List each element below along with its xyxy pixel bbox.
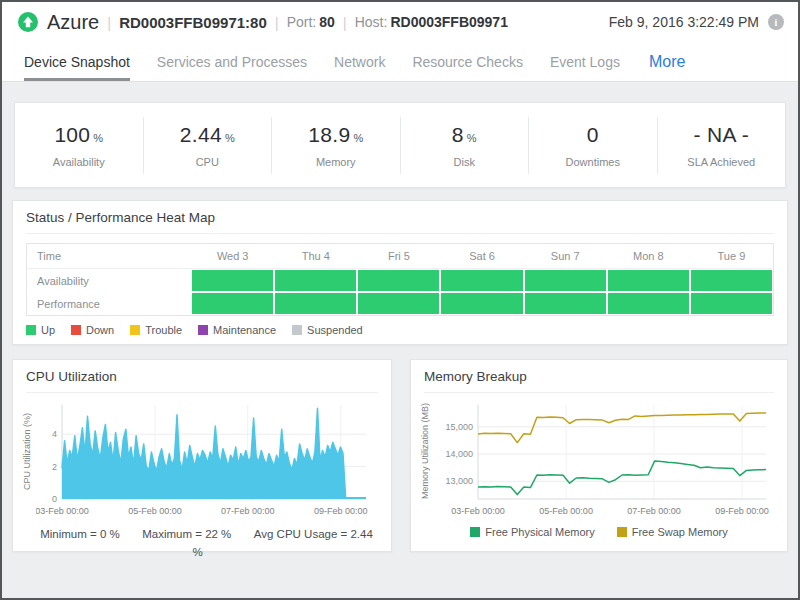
heatmap-row-availability: Availability [27, 269, 773, 292]
svg-text:09-Feb 00:00: 09-Feb 00:00 [314, 506, 368, 516]
metric-label: Downtimes [529, 156, 657, 168]
heatmap-cell[interactable] [607, 269, 690, 292]
metric-value-row: 100% [15, 123, 143, 147]
separator: | [275, 14, 279, 31]
heatmap-cell[interactable] [524, 269, 607, 292]
metric-value: 8 [452, 123, 464, 146]
metric-availability: 100%Availability [15, 117, 143, 174]
heatmap-day-header: Thu 4 [274, 244, 357, 268]
svg-text:09-Feb 00:00: 09-Feb 00:00 [715, 506, 769, 516]
svg-text:05-Feb 00:00: 05-Feb 00:00 [128, 506, 182, 516]
metric-label: Availability [15, 156, 143, 168]
memory-chart-legend: Free Physical MemoryFree Swap Memory [424, 526, 774, 538]
legend-item-free-physical-memory: Free Physical Memory [470, 526, 594, 538]
legend-label: Maintenance [213, 324, 276, 336]
metric-disk: 8%Disk [400, 117, 529, 174]
svg-text:03-Feb 00:00: 03-Feb 00:00 [36, 506, 89, 516]
heatmap-row-performance: Performance [27, 292, 773, 315]
legend-item-down: Down [71, 324, 114, 336]
metric-label: CPU [144, 156, 272, 168]
cpu-y-axis-label: CPU Utilization (%) [22, 403, 34, 499]
tab-more[interactable]: More [649, 42, 685, 81]
legend-label: Down [86, 324, 114, 336]
metric-value: - NA - [694, 123, 749, 146]
heatmap-title: Status / Performance Heat Map [26, 210, 774, 234]
svg-text:05-Feb 00:00: 05-Feb 00:00 [539, 506, 593, 516]
device-name: Azure [47, 11, 99, 34]
metric-value: 18.9 [308, 123, 350, 146]
metric-value-row: 0 [529, 123, 657, 147]
svg-text:14,000: 14,000 [445, 449, 473, 459]
legend-swatch [617, 527, 627, 537]
heatmap-time-header: Time [27, 244, 191, 268]
heatmap-day-header: Tue 9 [690, 244, 773, 268]
heatmap-row-label: Availability [27, 269, 191, 292]
metric-label: SLA Achieved [658, 156, 786, 168]
legend-label: Suspended [307, 324, 363, 336]
cpu-stat-max: Maximum = 22 % [142, 528, 231, 540]
cpu-chart-title: CPU Utilization [26, 369, 378, 393]
legend-label: Trouble [145, 324, 182, 336]
charts-row: CPU Utilization CPU Utilization (%) 0240… [12, 359, 788, 552]
tab-list: Device SnapshotServices and ProcessesNet… [24, 42, 647, 81]
heatmap-day-header: Mon 8 [607, 244, 690, 268]
tab-network[interactable]: Network [334, 42, 385, 81]
app-window: Azure | RD0003FFB09971:80 | Port:80 | Ho… [0, 0, 800, 600]
info-icon[interactable]: i [768, 14, 784, 30]
heatmap-cell[interactable] [357, 292, 440, 315]
metric-unit: % [467, 132, 477, 144]
tab-device-snapshot[interactable]: Device Snapshot [24, 42, 130, 81]
metric-value-row: 8% [401, 123, 529, 147]
legend-swatch [71, 325, 81, 335]
metric-unit: % [353, 132, 363, 144]
metrics-summary-card: 100%Availability2.44%CPU18.9%Memory8%Dis… [14, 102, 786, 188]
memory-chart-title: Memory Breakup [424, 369, 774, 393]
metric-value-row: 18.9% [272, 123, 400, 147]
cpu-utilization-chart[interactable]: 02403-Feb 00:0005-Feb 00:0007-Feb 00:000… [36, 397, 378, 519]
legend-swatch [130, 325, 140, 335]
heatmap-cell[interactable] [524, 292, 607, 315]
heatmap-table: TimeWed 3Thu 4Fri 5Sat 6Sun 7Mon 8Tue 9A… [26, 243, 774, 316]
host-value: RD0003FFB09971 [390, 14, 508, 30]
tab-event-logs[interactable]: Event Logs [550, 42, 620, 81]
heatmap-cell[interactable] [274, 269, 357, 292]
tab-resource-checks[interactable]: Resource Checks [412, 42, 523, 81]
legend-item-suspended: Suspended [292, 324, 363, 336]
metric-memory: 18.9%Memory [271, 117, 400, 174]
heatmap-day-header: Sun 7 [524, 244, 607, 268]
separator: | [107, 14, 111, 31]
heatmap-cell[interactable] [191, 269, 274, 292]
legend-item-maintenance: Maintenance [198, 324, 276, 336]
legend-swatch [470, 527, 480, 537]
svg-text:15,000: 15,000 [445, 422, 473, 432]
metric-value: 0 [587, 123, 599, 146]
heatmap-cell[interactable] [357, 269, 440, 292]
metric-label: Memory [272, 156, 400, 168]
heatmap-cell[interactable] [274, 292, 357, 315]
svg-text:07-Feb 00:00: 07-Feb 00:00 [627, 506, 681, 516]
heatmap-cell[interactable] [607, 292, 690, 315]
heatmap-cell[interactable] [690, 292, 773, 315]
memory-breakup-card: Memory Breakup Memory Utilization (MB) 1… [410, 359, 788, 552]
heatmap-legend: UpDownTroubleMaintenanceSuspended [26, 324, 774, 336]
heatmap-day-header: Wed 3 [191, 244, 274, 268]
cpu-stat-min: Minimum = 0 % [40, 528, 120, 540]
heatmap-header-row: TimeWed 3Thu 4Fri 5Sat 6Sun 7Mon 8Tue 9 [27, 244, 773, 269]
legend-item-trouble: Trouble [130, 324, 182, 336]
heatmap-cell[interactable] [191, 292, 274, 315]
heatmap-cell[interactable] [440, 269, 523, 292]
heatmap-cell[interactable] [440, 292, 523, 315]
cpu-utilization-card: CPU Utilization CPU Utilization (%) 0240… [12, 359, 392, 552]
metric-sla-achieved: - NA -SLA Achieved [657, 117, 786, 174]
memory-breakup-chart[interactable]: 13,00014,00015,00003-Feb 00:0005-Feb 00:… [434, 397, 774, 519]
tab-services-and-processes[interactable]: Services and Processes [157, 42, 307, 81]
metric-unit: % [225, 132, 235, 144]
metric-unit: % [93, 132, 103, 144]
svg-text:4: 4 [52, 429, 57, 439]
port-label: Port: [287, 14, 317, 30]
memory-y-axis-label: Memory Utilization (MB) [420, 403, 432, 499]
heatmap-row-label: Performance [27, 292, 191, 315]
tab-bar: Device SnapshotServices and ProcessesNet… [2, 42, 798, 82]
device-header: Azure | RD0003FFB09971:80 | Port:80 | Ho… [2, 2, 798, 42]
heatmap-cell[interactable] [690, 269, 773, 292]
